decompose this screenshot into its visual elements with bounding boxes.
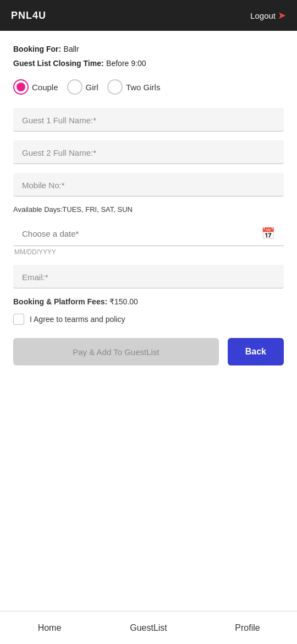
fees-row: Booking & Platform Fees: ₹150.00 (13, 297, 284, 306)
nav-profile[interactable]: Profile (198, 612, 297, 644)
app-header: PNL4U Logout ➤ (0, 0, 297, 31)
closing-time-row: Guest List Closing Time: Before 9:00 (13, 58, 284, 68)
logout-button[interactable]: Logout ➤ (250, 9, 286, 21)
radio-couple[interactable]: Couple (13, 79, 58, 95)
radio-label-two-girls: Two Girls (126, 83, 161, 92)
booking-for-value: Ballr (64, 45, 79, 53)
fees-label: Booking & Platform Fees: (13, 297, 107, 306)
mobile-field (13, 173, 284, 197)
radio-two-girls[interactable]: Two Girls (107, 79, 161, 95)
terms-checkbox-row[interactable]: I Agree to tearms and policy (13, 314, 284, 325)
terms-label: I Agree to tearms and policy (30, 315, 125, 324)
guest1-field (13, 108, 284, 132)
closing-time-value: Before 9:00 (106, 59, 146, 68)
booking-for-row: Booking For: Ballr (13, 44, 284, 54)
radio-label-couple: Couple (32, 83, 58, 92)
logout-label: Logout (250, 11, 276, 20)
radio-circle-couple (13, 79, 29, 95)
email-input[interactable] (22, 272, 275, 282)
guest2-input[interactable] (22, 148, 275, 157)
back-button[interactable]: Back (228, 338, 284, 365)
guest2-field (13, 140, 284, 164)
nav-home[interactable]: Home (0, 612, 99, 644)
radio-circle-two-girls (107, 79, 123, 95)
radio-circle-girl (67, 79, 82, 95)
guest-type-radio-group: Couple Girl Two Girls (13, 79, 284, 95)
date-field: 📅 (13, 219, 284, 246)
pay-add-button[interactable]: Pay & Add To GuestList (13, 338, 219, 365)
date-input[interactable] (22, 229, 261, 238)
main-content: Booking For: Ballr Guest List Closing Ti… (0, 31, 297, 611)
bottom-nav: Home GuestList Profile (0, 611, 297, 644)
mobile-input[interactable] (22, 181, 275, 190)
booking-for-label: Booking For: (13, 45, 61, 53)
logout-icon: ➤ (278, 9, 286, 21)
action-buttons-row: Pay & Add To GuestList Back (13, 338, 284, 365)
calendar-icon[interactable]: 📅 (261, 227, 275, 240)
nav-guestlist[interactable]: GuestList (99, 612, 198, 644)
closing-time-label: Guest List Closing Time: (13, 59, 104, 68)
radio-label-girl: Girl (86, 83, 98, 92)
app-logo: PNL4U (11, 10, 46, 21)
email-field (13, 265, 284, 288)
terms-checkbox[interactable] (13, 314, 24, 325)
available-days-label: Available Days:TUES, FRI, SAT, SUN (13, 205, 284, 214)
date-format-hint: MM/DD/YYYY (13, 248, 284, 256)
radio-girl[interactable]: Girl (67, 79, 98, 95)
fees-value: ₹150.00 (109, 297, 138, 306)
guest1-input[interactable] (22, 116, 275, 125)
